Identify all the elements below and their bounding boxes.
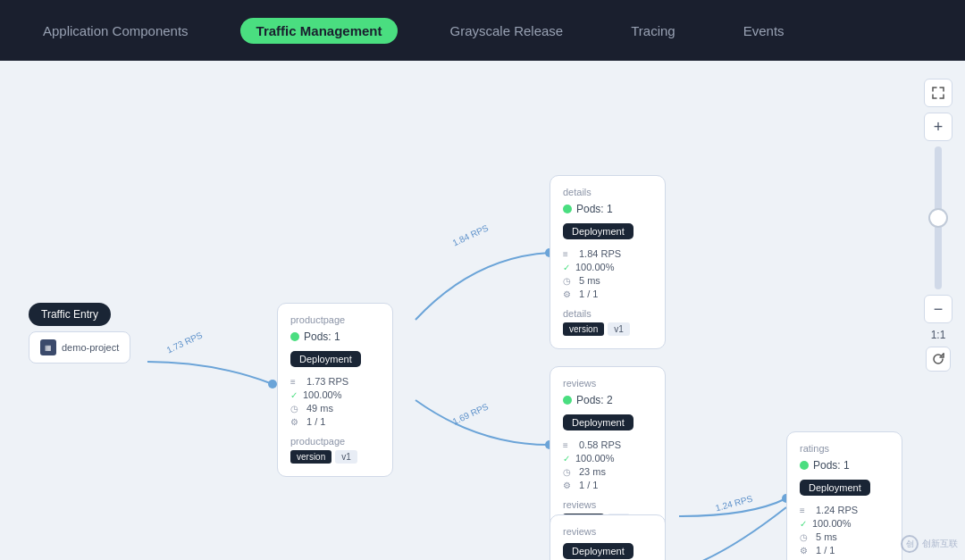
reviews-top-deployment: Deployment [563, 414, 634, 430]
clock-icon: ◷ [563, 467, 574, 477]
main-canvas: 1.73 RPS 1.84 RPS 1.69 RPS 1.24 RPS Traf… [0, 61, 965, 560]
reviews-top-ratio: ⚙ 1 / 1 [563, 480, 652, 490]
details-pods: Pods: 1 [563, 203, 652, 215]
rps-entry-product: 1.73 RPS [165, 330, 204, 355]
reviews-top-label: reviews [563, 378, 652, 389]
productpage-version: productpage version v1 [290, 436, 380, 464]
zoom-controls: + − 1:1 [924, 79, 952, 372]
navbar: Application Components Traffic Managemen… [0, 0, 965, 61]
rps-icon: ≡ [563, 440, 574, 450]
watermark: 创 创新互联 [901, 535, 958, 553]
ratings-latency: ◷ 5 ms [800, 531, 889, 542]
check-icon: ✓ [563, 263, 570, 272]
ratings-rps: ≡ 1.24 RPS [800, 505, 889, 515]
nav-events[interactable]: Events [727, 18, 801, 44]
pods-dot [563, 205, 572, 213]
clock-icon: ◷ [800, 532, 810, 542]
rps-icon: ≡ [800, 506, 810, 515]
rps-icon: ≡ [563, 249, 574, 259]
watermark-icon: 创 [901, 535, 919, 553]
refresh-button[interactable] [926, 347, 951, 372]
nav-grayscale-release[interactable]: Grayscale Release [433, 18, 579, 44]
zoom-out-button[interactable]: − [924, 295, 952, 323]
productpage-version-tags: version v1 [290, 450, 380, 464]
reviews-bottom-label: reviews [563, 526, 652, 537]
productpage-pods: Pods: 1 [290, 330, 380, 343]
productpage-label: productpage [290, 314, 380, 325]
clock-icon: ◷ [563, 276, 574, 286]
expand-button[interactable] [924, 79, 952, 107]
productpage-latency: ◷ 49 ms [290, 403, 380, 414]
clock-icon: ◷ [290, 404, 301, 414]
reviews-top-latency: ◷ 23 ms [563, 466, 652, 477]
pods-dot [800, 461, 809, 470]
ratio-icon: ⚙ [563, 481, 574, 490]
svg-point-0 [268, 380, 277, 389]
details-rps: ≡ 1.84 RPS [563, 248, 652, 259]
reviews-bottom-card: reviews Deployment ≡ 1.24 RPS ✓ 100.00% … [550, 514, 666, 560]
reviews-top-rps: ≡ 0.58 RPS [563, 439, 652, 450]
productpage-success: ✓ 100.00% [290, 389, 380, 400]
details-version: details version v1 [563, 308, 652, 336]
ratio-icon: ⚙ [290, 417, 301, 427]
ratio-icon: ⚙ [800, 546, 810, 556]
zoom-ratio-label: 1:1 [931, 329, 946, 341]
traffic-entry-group: Traffic Entry ▦ demo-project [29, 303, 130, 335]
productpage-card: productpage Pods: 1 Deployment ≡ 1.73 RP… [277, 303, 393, 477]
zoom-in-button[interactable]: + [924, 113, 952, 141]
reviews-top-pods: Pods: 2 [563, 394, 652, 406]
nav-traffic-management[interactable]: Traffic Management [240, 18, 399, 44]
details-success: ✓ 100.00% [563, 262, 652, 272]
reviews-top-success: ✓ 100.00% [563, 453, 652, 464]
ratings-ratio: ⚙ 1 / 1 [800, 545, 889, 556]
traffic-entry-badge: Traffic Entry [29, 303, 111, 326]
reviews-bottom-deployment: Deployment [563, 543, 634, 559]
pods-dot [563, 396, 572, 405]
productpage-ratio: ⚙ 1 / 1 [290, 416, 380, 427]
check-icon: ✓ [563, 454, 570, 464]
ratings-pods: Pods: 1 [800, 459, 889, 472]
ratings-success: ✓ 100.00% [800, 518, 889, 529]
ratio-icon: ⚙ [563, 289, 574, 299]
zoom-slider-track[interactable] [935, 146, 942, 289]
pods-dot [290, 332, 299, 341]
check-icon: ✓ [290, 390, 298, 400]
details-ratio: ⚙ 1 / 1 [563, 288, 652, 299]
rps-product-details: 1.84 RPS [451, 222, 490, 247]
project-icon: ▦ [40, 339, 56, 355]
traffic-entry-card: ▦ demo-project [29, 331, 130, 364]
rps-icon: ≡ [290, 377, 301, 387]
details-label: details [563, 187, 652, 197]
details-deployment: Deployment [563, 223, 634, 239]
zoom-slider-thumb[interactable] [928, 208, 948, 228]
ratings-card: ratings Pods: 1 Deployment ≡ 1.24 RPS ✓ … [786, 431, 902, 560]
rps-product-reviews: 1.69 RPS [451, 401, 490, 426]
ratings-label: ratings [800, 443, 889, 454]
check-icon: ✓ [800, 519, 807, 529]
productpage-deployment: Deployment [290, 351, 361, 367]
nav-application-components[interactable]: Application Components [27, 18, 205, 44]
details-latency: ◷ 5 ms [563, 275, 652, 286]
details-version-tags: version v1 [563, 322, 652, 336]
details-card: details Pods: 1 Deployment ≡ 1.84 RPS ✓ … [550, 175, 666, 349]
project-name: demo-project [62, 342, 119, 353]
ratings-deployment: Deployment [800, 480, 870, 496]
rps-reviews-ratings: 1.24 RPS [714, 494, 753, 514]
productpage-rps: ≡ 1.73 RPS [290, 376, 380, 387]
nav-tracing[interactable]: Tracing [615, 18, 691, 44]
